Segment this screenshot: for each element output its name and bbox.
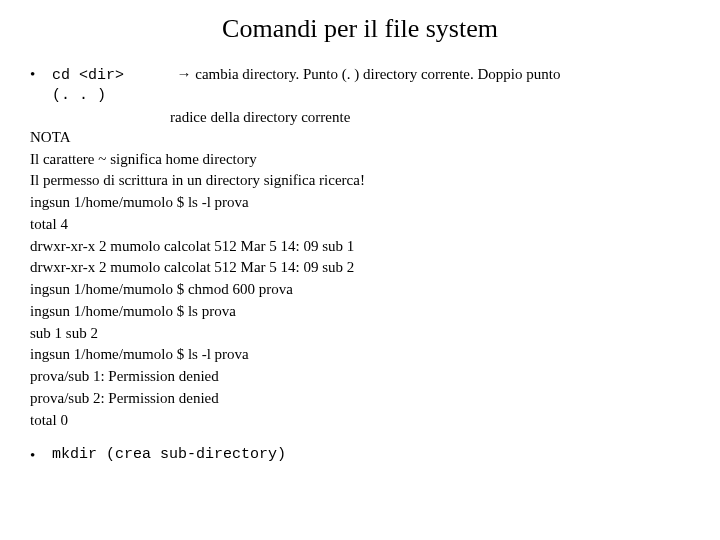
term-line: sub 1 sub 2 (30, 323, 690, 345)
document-page: Comandi per il file system • cd <dir> → … (0, 0, 720, 486)
term-line: total 4 (30, 214, 690, 236)
bullet-line2: (. . ) (30, 86, 690, 106)
term-line: ingsun 1/home/mumolo $ ls -l prova (30, 192, 690, 214)
term-line: drwxr-xr-x 2 mumolo calcolat 512 Mar 5 1… (30, 236, 690, 258)
nota-line2: Il permesso di scrittura in un directory… (30, 170, 690, 192)
cd-radice: radice della directory corrente (30, 107, 690, 127)
bullet-marker: • (30, 445, 52, 465)
term-line: total 0 (30, 410, 690, 432)
cd-dotdot: (. . ) (52, 86, 106, 106)
cd-desc: → cambia directory. Punto (. ) directory… (128, 66, 561, 82)
term-line: drwxr-xr-x 2 mumolo calcolat 512 Mar 5 1… (30, 257, 690, 279)
bullet-item-cd: • cd <dir> → cambia directory. Punto (. … (30, 64, 690, 86)
bullet-content: cd <dir> → cambia directory. Punto (. ) … (52, 64, 560, 86)
term-line: ingsun 1/home/mumolo $ ls prova (30, 301, 690, 323)
term-line: ingsun 1/home/mumolo $ chmod 600 prova (30, 279, 690, 301)
term-line: ingsun 1/home/mumolo $ ls -l prova (30, 344, 690, 366)
bullet-marker: • (30, 64, 52, 84)
bullet-item-mkdir: • mkdir (crea sub-directory) (30, 445, 690, 465)
page-title: Comandi per il file system (30, 14, 690, 44)
cmd-cd: cd <dir> (52, 67, 124, 84)
nota-label: NOTA (30, 127, 690, 149)
term-line: prova/sub 2: Permission denied (30, 388, 690, 410)
term-line: prova/sub 1: Permission denied (30, 366, 690, 388)
nota-line1: Il carattere ~ significa home directory (30, 149, 690, 171)
nota-block: NOTA Il carattere ~ significa home direc… (30, 127, 690, 192)
cd-desc-text: cambia directory. Punto (. ) directory c… (195, 66, 560, 82)
terminal-block: ingsun 1/home/mumolo $ ls -l prova total… (30, 192, 690, 431)
cmd-mkdir: mkdir (crea sub-directory) (52, 445, 286, 465)
arrow-icon: → (177, 66, 192, 82)
